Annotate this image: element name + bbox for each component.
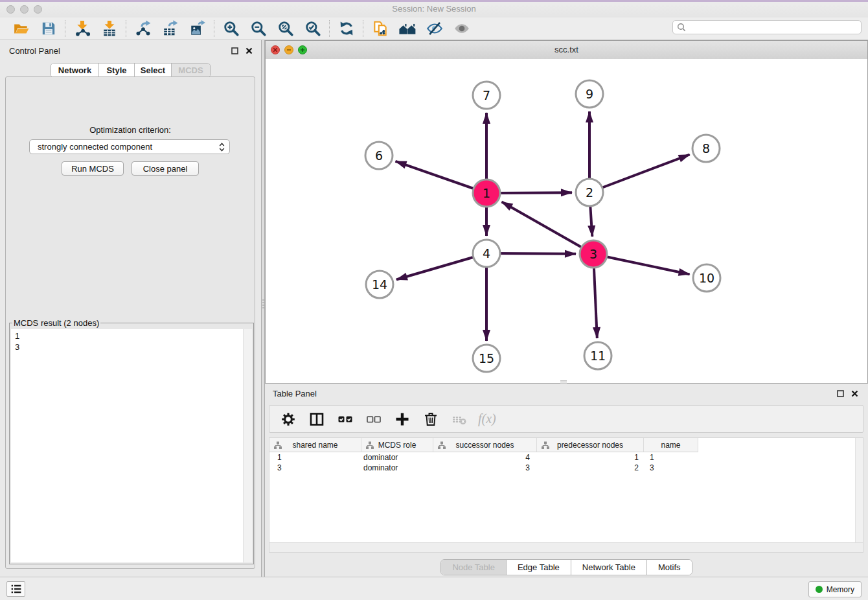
- open-folder-icon[interactable]: [10, 19, 32, 38]
- copy-network-icon[interactable]: [369, 19, 391, 38]
- svg-text:6: 6: [375, 148, 383, 163]
- table-panel-close-icon[interactable]: [851, 389, 859, 398]
- memory-button[interactable]: Memory: [808, 581, 862, 597]
- splitter-grip[interactable]: [262, 299, 264, 310]
- svg-text:9: 9: [586, 87, 593, 101]
- svg-text:4: 4: [483, 246, 490, 260]
- search-icon: [677, 23, 686, 32]
- table-panel-float-icon[interactable]: [836, 389, 845, 398]
- show-graphics-icon[interactable]: [451, 19, 473, 38]
- table-row[interactable]: 3dominator323: [269, 463, 863, 473]
- table-toolbar: f(x): [269, 405, 863, 433]
- control-panel-tabs: NetworkStyleSelectMCDS: [51, 63, 211, 78]
- tab-mcds[interactable]: MCDS: [171, 63, 210, 77]
- table-cell[interactable]: dominator: [361, 463, 433, 473]
- column-label: predecessor nodes: [557, 441, 623, 450]
- delete-icon[interactable]: [421, 410, 440, 429]
- svg-text:10: 10: [699, 271, 714, 285]
- function-builder-icon[interactable]: f(x): [478, 411, 496, 426]
- refresh-layout-icon[interactable]: [336, 19, 358, 38]
- tab-select[interactable]: Select: [134, 63, 171, 77]
- column-header-shared-name[interactable]: shared name: [269, 438, 361, 452]
- columns-icon[interactable]: [307, 410, 326, 429]
- graph-node-6[interactable]: 6: [365, 142, 393, 169]
- column-header-name[interactable]: name: [644, 438, 698, 452]
- graph-node-1[interactable]: 1: [473, 179, 500, 207]
- graph-edge-2-8[interactable]: [589, 155, 690, 193]
- column-header-successor-nodes[interactable]: successor nodes: [433, 438, 537, 452]
- gear-icon[interactable]: [279, 410, 298, 429]
- zoom-selected-icon[interactable]: [302, 19, 324, 38]
- home-networks-icon[interactable]: [396, 19, 418, 38]
- hierarchy-icon: [438, 441, 446, 451]
- tab-network[interactable]: Network: [51, 63, 98, 77]
- hierarchy-icon: [274, 441, 282, 451]
- zoom-fit-icon[interactable]: [275, 19, 297, 38]
- delete-table-icon[interactable]: [450, 410, 469, 429]
- deselect-all-icon[interactable]: [364, 410, 383, 429]
- optimization-criterion-dropdown[interactable]: strongly connected component: [29, 139, 230, 154]
- table-cell[interactable]: 1: [269, 452, 361, 463]
- hierarchy-icon: [542, 441, 549, 451]
- export-image-icon[interactable]: [187, 19, 209, 38]
- select-all-icon[interactable]: [336, 410, 355, 429]
- zoom-in-icon[interactable]: [220, 19, 242, 38]
- tab-motifs[interactable]: Motifs: [646, 560, 692, 575]
- column-header-predecessor-nodes[interactable]: predecessor nodes: [537, 438, 644, 452]
- graph-node-3[interactable]: 3: [580, 240, 607, 268]
- table-cell[interactable]: 1: [537, 452, 644, 463]
- table-row[interactable]: 1dominator411: [269, 452, 863, 463]
- import-table-icon[interactable]: [98, 19, 120, 38]
- tab-edge-table[interactable]: Edge Table: [506, 560, 571, 575]
- mcds-result-box[interactable]: 1 3: [11, 329, 252, 562]
- tab-node-table[interactable]: Node Table: [441, 560, 506, 575]
- mcds-result-scrollbar[interactable]: [243, 329, 252, 562]
- hide-graphics-icon[interactable]: [424, 19, 446, 38]
- node-table: shared nameMCDS rolesuccessor nodesprede…: [269, 437, 863, 553]
- graph-edge-3-1[interactable]: [502, 202, 594, 254]
- graph-node-4[interactable]: 4: [473, 240, 500, 267]
- save-session-icon[interactable]: [38, 19, 60, 38]
- graph-node-8[interactable]: 8: [692, 135, 720, 162]
- tab-style[interactable]: Style: [98, 63, 134, 77]
- tab-network-table[interactable]: Network Table: [571, 560, 646, 575]
- column-header-MCDS-role[interactable]: MCDS role: [361, 438, 433, 452]
- table-cell[interactable]: 3: [433, 463, 537, 473]
- search-input[interactable]: [689, 21, 861, 33]
- graph-node-2[interactable]: 2: [576, 179, 603, 206]
- graph-node-15[interactable]: 15: [473, 345, 500, 372]
- graph-node-14[interactable]: 14: [366, 271, 393, 298]
- table-cell[interactable]: 4: [433, 452, 537, 463]
- graph-node-10[interactable]: 10: [693, 264, 720, 292]
- table-cell[interactable]: 1: [644, 452, 698, 463]
- table-cell[interactable]: dominator: [361, 452, 433, 463]
- close-panel-button[interactable]: Close panel: [131, 161, 199, 176]
- search-field[interactable]: [672, 20, 862, 34]
- run-mcds-button[interactable]: Run MCDS: [62, 161, 124, 176]
- export-network-icon[interactable]: [132, 19, 154, 38]
- mcds-result-text: 1 3: [15, 330, 19, 352]
- table-vertical-scrollbar[interactable]: [855, 438, 863, 543]
- table-cell[interactable]: 3: [644, 463, 698, 473]
- graph-node-7[interactable]: 7: [473, 82, 500, 109]
- import-network-icon[interactable]: [71, 19, 93, 38]
- table-cell[interactable]: 2: [537, 463, 644, 473]
- table-header-row: shared nameMCDS rolesuccessor nodesprede…: [269, 438, 863, 452]
- task-history-button[interactable]: [6, 581, 25, 597]
- control-panel-close-icon[interactable]: [245, 47, 253, 55]
- table-horizontal-scrollbar[interactable]: [269, 542, 863, 552]
- graph-edge-3-10[interactable]: [593, 254, 690, 274]
- svg-text:8: 8: [702, 141, 710, 156]
- status-bar: Memory: [0, 577, 868, 600]
- add-icon[interactable]: [393, 410, 412, 429]
- mcds-result-title: MCDS result (2 nodes): [12, 318, 100, 328]
- zoom-out-icon[interactable]: [247, 19, 269, 38]
- export-table-icon[interactable]: [159, 19, 181, 38]
- column-label: MCDS role: [378, 441, 417, 450]
- column-label: shared name: [292, 441, 337, 450]
- network-canvas[interactable]: 7968124314101511: [266, 59, 867, 383]
- control-panel-float-icon[interactable]: [231, 47, 239, 55]
- graph-node-11[interactable]: 11: [584, 342, 611, 369]
- graph-node-9[interactable]: 9: [576, 80, 603, 108]
- table-cell[interactable]: 3: [269, 463, 361, 473]
